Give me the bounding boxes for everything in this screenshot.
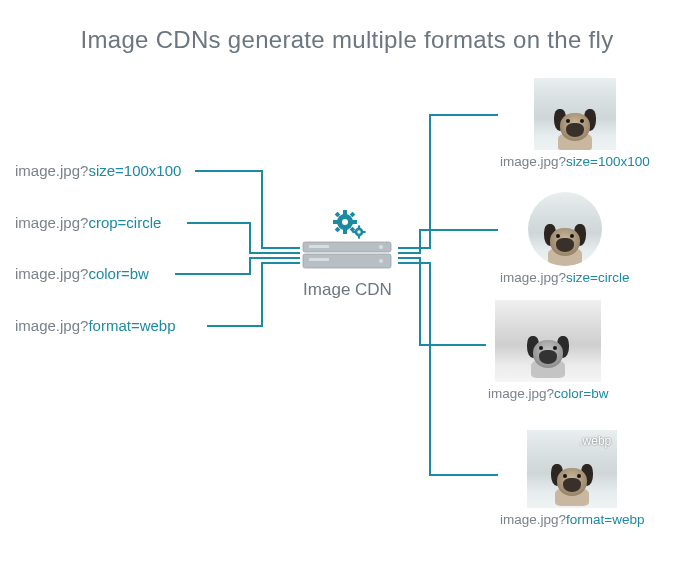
output-caption: image.jpg?size=100x100 [500, 154, 650, 169]
output-circle: image.jpg?size=circle [500, 192, 629, 285]
thumbnail-image: .webp [527, 430, 617, 508]
output-param: format=webp [566, 512, 644, 527]
output-base: image.jpg? [500, 270, 566, 285]
output-base: image.jpg? [488, 386, 554, 401]
output-caption: image.jpg?color=bw [488, 386, 608, 401]
output-webp: .webp image.jpg?format=webp [500, 430, 644, 527]
thumbnail-image [528, 192, 602, 266]
output-caption: image.jpg?size=circle [500, 270, 629, 285]
output-size: image.jpg?size=100x100 [500, 78, 650, 169]
thumbnail-image [534, 78, 616, 150]
output-base: image.jpg? [500, 512, 566, 527]
output-param: color=bw [554, 386, 608, 401]
output-base: image.jpg? [500, 154, 566, 169]
output-param: size=100x100 [566, 154, 650, 169]
webp-badge: .webp [579, 434, 611, 448]
output-param: size=circle [566, 270, 629, 285]
output-caption: image.jpg?format=webp [500, 512, 644, 527]
thumbnail-image [495, 300, 601, 382]
output-bw: image.jpg?color=bw [488, 300, 608, 401]
